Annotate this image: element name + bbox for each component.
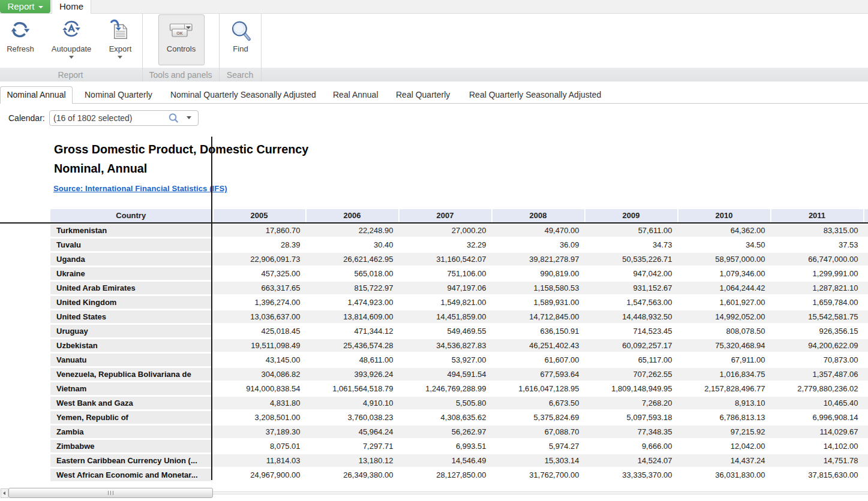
svg-text:OK: OK xyxy=(176,31,183,35)
